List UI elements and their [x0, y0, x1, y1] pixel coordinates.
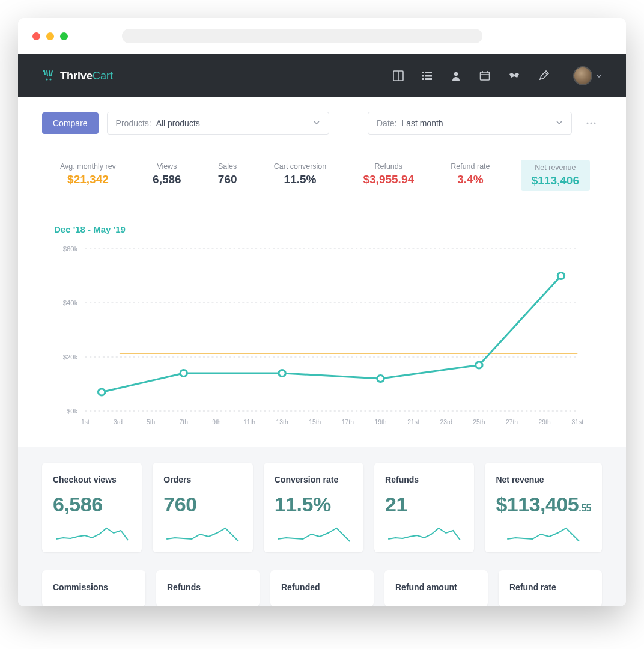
- date-label: Date:: [377, 118, 396, 128]
- metric-value: 760: [218, 173, 237, 186]
- metric-label: Avg. monthly rev: [60, 162, 116, 171]
- svg-rect-9: [425, 78, 432, 80]
- filters-bar: Compare Products: All products Date: Las…: [18, 97, 626, 139]
- card-net-revenue[interactable]: Net revenue $113,405.55: [485, 463, 602, 552]
- svg-rect-4: [422, 72, 424, 73]
- window-close-dot[interactable]: [32, 32, 40, 40]
- card-orders[interactable]: Orders 760: [153, 463, 252, 552]
- metric-conversion[interactable]: Cart conversion 11.5%: [268, 160, 333, 191]
- card-value-main: $113,405: [496, 493, 579, 516]
- card-refunds[interactable]: Refunds 21: [374, 463, 474, 552]
- products-value: All products: [156, 118, 200, 128]
- svg-rect-6: [422, 75, 424, 77]
- avatar: [573, 66, 592, 85]
- svg-text:3rd: 3rd: [114, 419, 123, 425]
- card-value: 11.5%: [275, 493, 353, 516]
- metric-label: Refunds: [363, 162, 414, 171]
- svg-text:9th: 9th: [212, 419, 220, 425]
- svg-text:19th: 19th: [374, 419, 386, 425]
- card-title: Orders: [163, 475, 242, 484]
- card-value-cents: .55: [579, 503, 591, 513]
- svg-text:$40k: $40k: [63, 299, 78, 306]
- brand-text: ThriveCart: [60, 70, 113, 82]
- svg-text:23rd: 23rd: [440, 419, 452, 425]
- user-menu[interactable]: [573, 66, 602, 85]
- svg-text:1st: 1st: [81, 419, 90, 425]
- browser-chrome: [18, 18, 626, 54]
- svg-text:$60k: $60k: [63, 245, 78, 252]
- compare-button[interactable]: Compare: [42, 112, 99, 134]
- card-title: Net revenue: [496, 475, 591, 484]
- brand-name-b: Cart: [93, 70, 113, 82]
- card-refund-rate[interactable]: Refund rate: [499, 570, 602, 606]
- card-value: 6,586: [53, 493, 131, 516]
- chevron-down-icon: [313, 118, 320, 128]
- card-conversion[interactable]: Conversion rate 11.5%: [264, 463, 363, 552]
- metric-value: $21,342: [60, 173, 116, 186]
- metric-net-revenue[interactable]: Net revenue $113,406: [521, 160, 590, 191]
- svg-text:7th: 7th: [180, 419, 188, 425]
- metric-refunds[interactable]: Refunds $3,955.94: [357, 160, 420, 191]
- svg-text:17th: 17th: [342, 419, 354, 425]
- svg-rect-11: [481, 72, 490, 80]
- dashboard-icon[interactable]: [393, 70, 404, 81]
- card-commissions[interactable]: Commissions: [42, 570, 145, 606]
- metric-value: $113,406: [532, 174, 579, 187]
- svg-text:11th: 11th: [243, 419, 255, 425]
- edit-icon[interactable]: [538, 70, 549, 81]
- metric-views[interactable]: Views 6,586: [147, 160, 187, 191]
- metric-sales[interactable]: Sales 760: [212, 160, 243, 191]
- card-title: Checkout views: [53, 475, 131, 484]
- svg-text:29th: 29th: [539, 419, 551, 425]
- card-refunded[interactable]: Refunded: [270, 570, 374, 606]
- metric-refund-rate[interactable]: Refund rate 3.4%: [445, 160, 496, 191]
- svg-point-47: [476, 362, 482, 368]
- metrics-row: Avg. monthly rev $21,342 Views 6,586 Sal…: [42, 149, 602, 207]
- svg-point-17: [594, 123, 596, 124]
- list-icon[interactable]: [422, 70, 433, 81]
- chart-area: Dec '18 - May '19 $0k$20k$40k$60k1st3rd5…: [42, 207, 602, 447]
- sparkline: [496, 522, 591, 546]
- card-title: Refunds: [167, 582, 249, 592]
- url-bar[interactable]: [122, 29, 482, 43]
- handshake-icon[interactable]: [508, 70, 520, 81]
- svg-point-0: [46, 78, 47, 80]
- calendar-icon[interactable]: [479, 70, 490, 81]
- metric-label: Net revenue: [532, 163, 579, 172]
- metric-label: Sales: [218, 162, 237, 171]
- metric-avg-rev[interactable]: Avg. monthly rev $21,342: [54, 160, 122, 191]
- sparkline: [385, 522, 463, 546]
- svg-point-48: [557, 273, 564, 279]
- browser-frame: ThriveCart: [18, 18, 626, 606]
- card-refund-amount[interactable]: Refund amount: [384, 570, 488, 606]
- chart-title: Dec '18 - May '19: [54, 224, 590, 234]
- date-dropdown[interactable]: Date: Last month: [368, 112, 572, 135]
- products-dropdown[interactable]: Products: All products: [107, 112, 329, 135]
- svg-point-46: [377, 376, 384, 382]
- card-title: Conversion rate: [275, 475, 353, 484]
- svg-text:21st: 21st: [407, 419, 419, 425]
- cart-logo-icon: [42, 70, 55, 82]
- svg-text:$20k: $20k: [63, 353, 78, 361]
- metric-label: Views: [153, 162, 181, 171]
- products-label: Products:: [116, 118, 151, 128]
- card-refunds-2[interactable]: Refunds: [156, 570, 260, 606]
- metric-value: 11.5%: [274, 173, 327, 186]
- metric-value: 6,586: [153, 173, 181, 186]
- metric-value: $3,955.94: [363, 173, 414, 186]
- card-checkout-views[interactable]: Checkout views 6,586: [42, 463, 142, 552]
- card-title: Refunds: [385, 475, 463, 484]
- card-value: 21: [385, 493, 463, 516]
- svg-text:31st: 31st: [571, 419, 583, 425]
- user-icon[interactable]: [451, 70, 461, 81]
- svg-point-1: [49, 78, 51, 80]
- more-button[interactable]: [580, 112, 602, 134]
- brand-name-a: Thrive: [60, 70, 93, 82]
- svg-rect-8: [422, 78, 424, 80]
- metric-value: 3.4%: [451, 173, 490, 186]
- window-minimize-dot[interactable]: [46, 32, 54, 40]
- window-maximize-dot[interactable]: [60, 32, 68, 40]
- sparkline: [275, 522, 353, 546]
- svg-point-10: [454, 72, 458, 76]
- brand: ThriveCart: [42, 70, 113, 82]
